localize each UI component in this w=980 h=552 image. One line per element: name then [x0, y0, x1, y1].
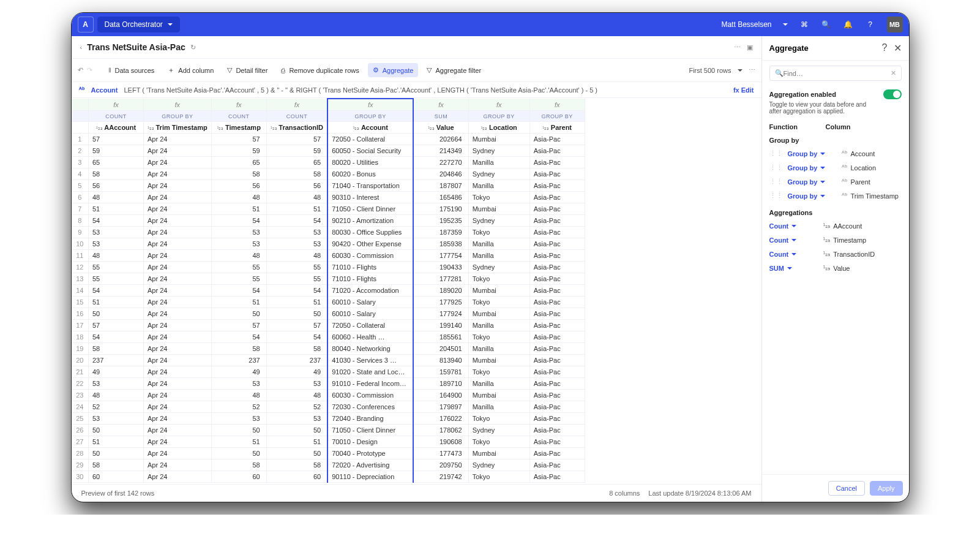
formula-icon: ᴬᵇ: [79, 86, 85, 94]
redo-icon[interactable]: ↷: [87, 66, 92, 74]
close-icon[interactable]: ✕: [894, 42, 902, 54]
rows-dropdown[interactable]: First 500 rows: [689, 67, 731, 74]
chevron-down-icon: [738, 67, 742, 74]
table-row[interactable]: 12 55Apr 245555 71010 - Flights190433Syd…: [72, 262, 585, 273]
table-row[interactable]: 19 58Apr 245858 80040 - Networking204501…: [72, 343, 585, 355]
aggregate-filter-button[interactable]: ▽Aggregate filter: [422, 63, 486, 77]
panel-search[interactable]: 🔍 ✕: [769, 66, 902, 81]
table-row[interactable]: 5 56Apr 245656 71040 - Transportation187…: [72, 180, 585, 192]
table-row[interactable]: 13 55Apr 245555 71010 - Flights177281Tok…: [72, 273, 585, 285]
undo-icon[interactable]: ↶: [78, 66, 83, 74]
table-row[interactable]: 8 54Apr 245454 90210 - Amortization19523…: [72, 215, 585, 227]
formula-expression[interactable]: LEFT ( 'Trans NetSuite Asia-Pac'.'AAccou…: [124, 86, 727, 94]
table-row[interactable]: 3 65Apr 246565 80020 - Utilities227270Ma…: [72, 157, 585, 168]
column-count: 8 columns: [609, 490, 640, 497]
groupby-row[interactable]: ⋮⋮Group by ᴬᵇ Trim Timestamp: [769, 189, 902, 203]
table-row[interactable]: 6 48Apr 244848 90310 - Interest165486Tok…: [72, 192, 585, 203]
search-input[interactable]: [784, 70, 891, 77]
table-row[interactable]: 25 53Apr 245353 72040 - Branding176022To…: [72, 413, 585, 425]
sync-icon[interactable]: ↻: [190, 43, 196, 51]
chevron-down-icon: [168, 20, 173, 29]
table-row[interactable]: 20 237Apr 24237237 41030 - Services 3 …8…: [72, 355, 585, 366]
panel-icon[interactable]: ▣: [747, 43, 753, 51]
more-icon[interactable]: ⋯: [734, 43, 741, 51]
last-update: Last update 8/19/2024 8:13:06 AM: [648, 490, 751, 497]
table-row[interactable]: 15 51Apr 245151 60010 - Salary177925Toky…: [72, 297, 585, 308]
avatar[interactable]: MB: [887, 17, 903, 32]
search-icon: 🔍: [775, 69, 784, 77]
aggregation-row[interactable]: Count ¹₂₃ Timestamp: [769, 233, 902, 247]
table-row[interactable]: 17 57Apr 245757 72050 - Collateral199140…: [72, 320, 585, 331]
table-row[interactable]: 22 53Apr 245353 91010 - Federal Incom…18…: [72, 378, 585, 390]
topbar: A Data Orchestrator Matt Besselsen ⌘ 🔍 🔔…: [72, 13, 909, 36]
aggregation-enabled-label: Aggregation enabled: [769, 91, 836, 98]
groupby-header: Group by: [769, 137, 902, 144]
aggregation-enabled-desc: Toggle to view your data before and afte…: [769, 101, 880, 115]
groupby-row[interactable]: ⋮⋮Group by ᴬᵇ Location: [769, 161, 902, 175]
logo-icon[interactable]: A: [78, 17, 94, 32]
formula-edit-button[interactable]: fx Edit: [733, 86, 754, 94]
table-row[interactable]: 23 48Apr 244848 60030 - Commission164900…: [72, 390, 585, 401]
formula-bar: ᴬᵇ Account LEFT ( 'Trans NetSuite Asia-P…: [72, 82, 761, 98]
function-header: Function: [769, 123, 818, 130]
bell-icon[interactable]: 🔔: [843, 19, 854, 30]
table-row[interactable]: 7 51Apr 245151 71050 - Client Dinner1751…: [72, 203, 585, 215]
title-bar: ‹ Trans NetSuite Asia-Pac ↻ ⋯ ▣: [72, 36, 761, 59]
table-row[interactable]: 2 59Apr 245959 60050 - Social Security21…: [72, 145, 585, 157]
back-icon[interactable]: ‹: [80, 43, 83, 51]
user-name[interactable]: Matt Besselsen: [721, 20, 771, 29]
cancel-button[interactable]: Cancel: [828, 481, 865, 496]
panel-title: Aggregate: [769, 43, 809, 53]
table-row[interactable]: 16 50Apr 245050 60010 - Salary177924Mumb…: [72, 308, 585, 320]
graph-icon[interactable]: ⌘: [799, 19, 810, 30]
data-sources-button[interactable]: ⫴Data sources: [103, 63, 160, 77]
aggregate-panel: Aggregate ? ✕ 🔍 ✕ Aggregation enabled To…: [762, 36, 909, 502]
table-row[interactable]: 1 57Apr 245757 72050 - Collateral202664M…: [72, 134, 585, 145]
app-dropdown[interactable]: Data Orchestrator: [97, 17, 180, 32]
table-row[interactable]: 27 51Apr 245151 70010 - Design190608Toky…: [72, 436, 585, 448]
table-row[interactable]: 29 58Apr 245858 72020 - Advertising20975…: [72, 459, 585, 471]
table-row[interactable]: 24 52Apr 245252 72030 - Conferences17989…: [72, 401, 585, 413]
apply-button[interactable]: Apply: [870, 481, 903, 496]
clear-icon[interactable]: ✕: [891, 69, 896, 77]
table-row[interactable]: 9 53Apr 245353 80030 - Office Supplies18…: [72, 227, 585, 238]
aggregations-header: Aggregations: [769, 209, 902, 216]
table-row[interactable]: 11 48Apr 244848 60030 - Commission177754…: [72, 250, 585, 262]
toolbar: ↶ ↷ ⫴Data sources ＋Add column ▽Detail fi…: [72, 59, 761, 82]
table-row[interactable]: 26 50Apr 245050 71050 - Client Dinner178…: [72, 425, 585, 436]
app-name: Data Orchestrator: [105, 20, 163, 29]
chevron-down-icon: [783, 20, 788, 29]
aggregation-row[interactable]: SUM ¹₂₃ Value: [769, 261, 902, 275]
groupby-row[interactable]: ⋮⋮Group by ᴬᵇ Parent: [769, 175, 902, 189]
data-grid[interactable]: fxfxfxfxfxfxfxfxCOUNTGROUP BYCOUNTCOUNTG…: [72, 98, 761, 484]
help-icon[interactable]: ?: [882, 42, 888, 54]
aggregate-button[interactable]: ⚙Aggregate: [368, 63, 419, 77]
search-icon[interactable]: 🔍: [821, 19, 832, 30]
page-title: Trans NetSuite Asia-Pac: [87, 42, 185, 52]
aggregation-row[interactable]: Count ¹₂₃ TransactionID: [769, 247, 902, 261]
table-row[interactable]: 10 53Apr 245353 90420 - Other Expense185…: [72, 238, 585, 250]
help-icon[interactable]: ?: [865, 19, 876, 30]
table-row[interactable]: 30 60Apr 246060 90110 - Depreciation2197…: [72, 471, 585, 483]
aggregation-toggle[interactable]: [883, 89, 902, 99]
grid-footer: Preview of first 142 rows 8 columns Last…: [72, 484, 761, 502]
aggregation-row[interactable]: Count ¹₂₃ AAccount: [769, 219, 902, 233]
table-row[interactable]: 4 58Apr 245858 60020 - Bonus204846Sydney…: [72, 168, 585, 180]
groupby-row[interactable]: ⋮⋮Group by ᴬᵇ Account: [769, 146, 902, 161]
table-row[interactable]: 14 54Apr 245454 71020 - Accomodation1890…: [72, 285, 585, 297]
more-icon[interactable]: ⋯: [749, 66, 755, 74]
table-row[interactable]: 18 54Apr 245454 60060 - Health …185561To…: [72, 331, 585, 343]
table-row[interactable]: 28 50Apr 245050 70040 - Prototype177473M…: [72, 448, 585, 459]
table-row[interactable]: 21 49Apr 244949 91020 - State and Loc…15…: [72, 366, 585, 378]
preview-label: Preview of first 142 rows: [81, 490, 155, 497]
remove-duplicates-button[interactable]: ⎙Remove duplicate rows: [276, 64, 364, 77]
column-header: Column: [826, 123, 851, 130]
add-column-button[interactable]: ＋Add column: [163, 62, 219, 78]
detail-filter-button[interactable]: ▽Detail filter: [222, 63, 272, 77]
app-frame: A Data Orchestrator Matt Besselsen ⌘ 🔍 🔔…: [71, 12, 910, 502]
formula-column: Account: [91, 86, 118, 94]
